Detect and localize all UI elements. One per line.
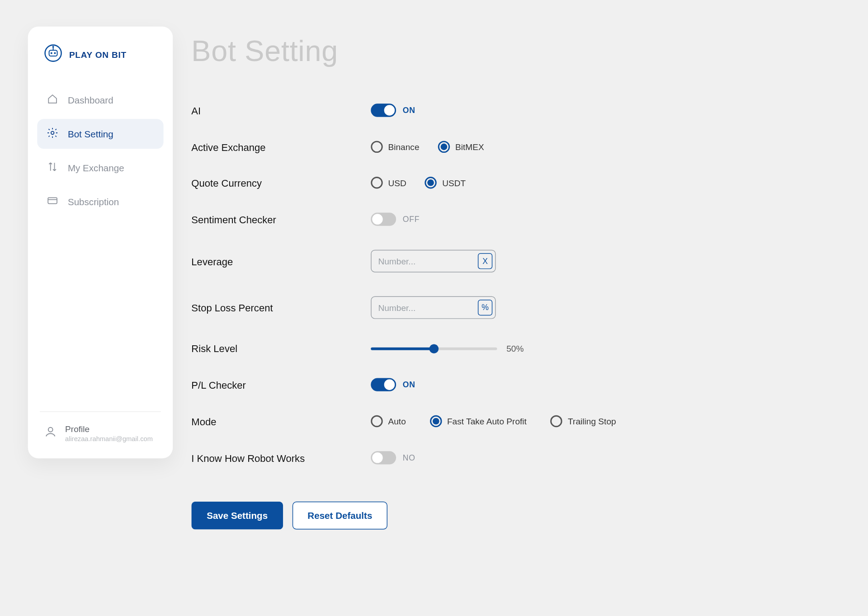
pl-checker-toggle-state: ON bbox=[403, 380, 415, 390]
setting-pl-checker: P/L Checker ON bbox=[191, 378, 829, 391]
know-robot-toggle-state: NO bbox=[403, 453, 415, 463]
setting-know-robot: I Know How Robot Works NO bbox=[191, 451, 829, 464]
sidebar-item-bot-setting[interactable]: Bot Setting bbox=[37, 119, 163, 149]
sidebar: PLAY ON BIT Dashboard Bot Setting bbox=[28, 27, 173, 459]
sidebar-item-my-exchange[interactable]: My Exchange bbox=[37, 153, 163, 183]
risk-value: 50% bbox=[506, 343, 524, 353]
gear-icon bbox=[47, 127, 58, 141]
setting-mode: Mode Auto Fast Take Auto Profit bbox=[191, 415, 829, 427]
radio-fast-take[interactable]: Fast Take Auto Profit bbox=[430, 415, 527, 427]
sidebar-item-label: Bot Setting bbox=[68, 128, 113, 139]
stoploss-label: Stop Loss Percent bbox=[191, 302, 371, 313]
brand-name: PLAY ON BIT bbox=[69, 50, 127, 60]
pl-checker-label: P/L Checker bbox=[191, 379, 371, 390]
stoploss-suffix: % bbox=[478, 300, 492, 315]
know-robot-toggle[interactable]: NO bbox=[371, 451, 415, 464]
radio-label: USDT bbox=[442, 178, 466, 188]
sidebar-item-label: Dashboard bbox=[68, 94, 113, 105]
reset-defaults-button[interactable]: Reset Defaults bbox=[292, 502, 388, 530]
mode-radio-group: Auto Fast Take Auto Profit Trailing Stop bbox=[371, 415, 616, 427]
stoploss-input[interactable] bbox=[378, 303, 474, 313]
ai-label: AI bbox=[191, 105, 371, 116]
radio-label: Trailing Stop bbox=[568, 416, 616, 426]
pl-checker-toggle[interactable]: ON bbox=[371, 378, 415, 391]
radio-label: Binance bbox=[388, 142, 419, 152]
radio-trailing-stop[interactable]: Trailing Stop bbox=[551, 415, 616, 427]
setting-sentiment: Sentiment Checker OFF bbox=[191, 212, 829, 226]
quote-currency-radio-group: USD USDT bbox=[371, 177, 466, 188]
user-icon bbox=[44, 425, 57, 441]
sentiment-toggle[interactable]: OFF bbox=[371, 212, 420, 226]
mode-label: Mode bbox=[191, 415, 371, 427]
save-settings-button[interactable]: Save Settings bbox=[191, 502, 283, 530]
setting-leverage: Leverage X bbox=[191, 250, 829, 273]
leverage-label: Leverage bbox=[191, 255, 371, 267]
leverage-input-wrap: X bbox=[371, 250, 495, 273]
main-content: Bot Setting AI ON Active Exchange bbox=[191, 34, 829, 529]
home-icon bbox=[47, 93, 58, 107]
radio-bitmex[interactable]: BitMEX bbox=[438, 141, 484, 153]
svg-point-3 bbox=[54, 52, 56, 54]
setting-quote-currency: Quote Currency USD USDT bbox=[191, 177, 829, 188]
sidebar-item-label: My Exchange bbox=[68, 162, 124, 173]
exchange-arrows-icon bbox=[47, 161, 58, 175]
leverage-input[interactable] bbox=[378, 256, 474, 266]
profile-email: alirezaa.rahmanii@gmail.com bbox=[65, 435, 153, 442]
radio-binance[interactable]: Binance bbox=[371, 141, 419, 153]
radio-usd[interactable]: USD bbox=[371, 177, 406, 188]
ai-toggle-state: ON bbox=[403, 106, 415, 115]
setting-ai: AI ON bbox=[191, 103, 829, 117]
sidebar-item-subscription[interactable]: Subscription bbox=[37, 187, 163, 216]
ai-toggle[interactable]: ON bbox=[371, 103, 415, 117]
active-exchange-radio-group: Binance BitMEX bbox=[371, 141, 484, 153]
leverage-suffix: X bbox=[478, 253, 492, 269]
risk-slider[interactable] bbox=[371, 344, 497, 353]
radio-label: BitMEX bbox=[455, 142, 484, 152]
setting-risk: Risk Level 50% bbox=[191, 343, 829, 354]
sidebar-profile[interactable]: Profile alirezaa.rahmanii@gmail.com bbox=[40, 411, 161, 458]
radio-label: USD bbox=[388, 178, 406, 188]
svg-rect-7 bbox=[48, 197, 57, 203]
quote-currency-label: Quote Currency bbox=[191, 177, 371, 188]
stoploss-input-wrap: % bbox=[371, 296, 495, 319]
sentiment-label: Sentiment Checker bbox=[191, 214, 371, 225]
radio-auto[interactable]: Auto bbox=[371, 415, 406, 427]
svg-point-2 bbox=[51, 52, 52, 54]
robot-logo-icon bbox=[44, 44, 62, 65]
sidebar-nav: Dashboard Bot Setting My bbox=[28, 81, 173, 221]
radio-usdt[interactable]: USDT bbox=[425, 177, 466, 188]
active-exchange-label: Active Exchange bbox=[191, 141, 371, 152]
radio-label: Auto bbox=[388, 416, 406, 426]
sidebar-item-dashboard[interactable]: Dashboard bbox=[37, 85, 163, 115]
svg-point-9 bbox=[48, 428, 53, 432]
sidebar-item-label: Subscription bbox=[68, 196, 119, 207]
svg-rect-1 bbox=[49, 50, 57, 56]
logo: PLAY ON BIT bbox=[28, 27, 173, 81]
setting-active-exchange: Active Exchange Binance BitMEX bbox=[191, 141, 829, 153]
radio-label: Fast Take Auto Profit bbox=[447, 416, 527, 426]
svg-point-5 bbox=[52, 46, 54, 48]
risk-label: Risk Level bbox=[191, 343, 371, 354]
page-title: Bot Setting bbox=[191, 34, 829, 68]
action-buttons: Save Settings Reset Defaults bbox=[191, 502, 829, 530]
profile-title: Profile bbox=[65, 424, 153, 434]
setting-stoploss: Stop Loss Percent % bbox=[191, 296, 829, 319]
svg-point-6 bbox=[51, 132, 54, 135]
card-icon bbox=[47, 195, 58, 209]
sentiment-toggle-state: OFF bbox=[403, 215, 420, 224]
know-robot-label: I Know How Robot Works bbox=[191, 452, 371, 463]
